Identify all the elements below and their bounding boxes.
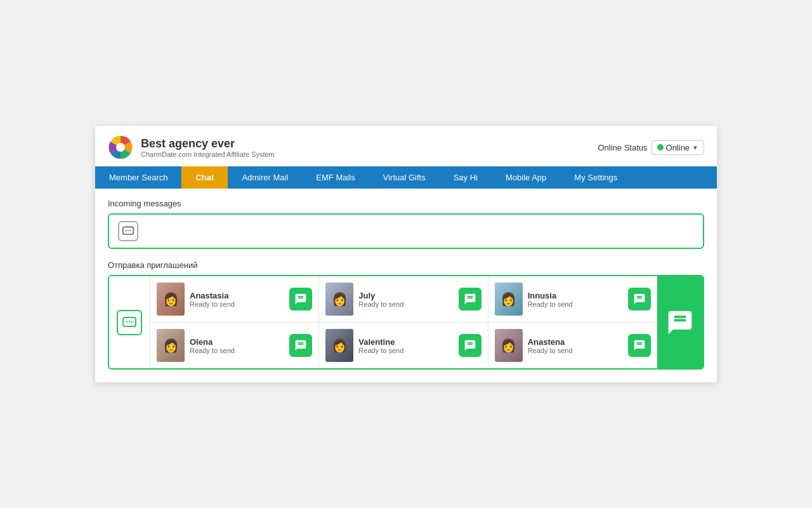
invitations-box: 👩 Anastasia Ready to send 👩 Ju xyxy=(108,275,704,370)
member-card-olena: 👩 Olena Ready to send xyxy=(150,323,319,368)
member-photo-july: 👩 xyxy=(325,283,353,316)
nav-item-virtual-gifts[interactable]: Virtual Gifts xyxy=(369,166,440,189)
member-status-anastasia: Ready to send xyxy=(190,300,284,308)
member-photo-olena: 👩 xyxy=(157,329,185,362)
inv-left-icon-area xyxy=(109,276,150,368)
status-text: Online xyxy=(666,143,690,152)
member-photo-innusia: 👩 xyxy=(495,283,523,316)
content-area: Incoming messages Отправка приглашений xyxy=(95,189,717,382)
brand-name: Best agency ever xyxy=(141,137,275,150)
svg-point-7 xyxy=(126,321,128,322)
member-status-july: Ready to send xyxy=(358,300,453,308)
nav-item-say-hi[interactable]: Say Hi xyxy=(440,166,492,189)
brand-text: Best agency ever CharmDate.com Integrate… xyxy=(141,137,275,158)
member-name-anastena: Anastena xyxy=(528,337,623,347)
member-card-innusia: 👩 Innusia Ready to send xyxy=(488,276,657,323)
chat-btn-anastena[interactable] xyxy=(628,334,651,357)
member-info-anastasia: Anastasia Ready to send xyxy=(190,291,284,308)
incoming-messages-label: Incoming messages xyxy=(108,199,704,208)
chat-btn-valentine[interactable] xyxy=(459,334,481,357)
nav-item-admirer-mail[interactable]: Admirer Mail xyxy=(228,166,302,189)
member-name-anastasia: Anastasia xyxy=(190,291,284,300)
member-name-valentine: Valentine xyxy=(358,337,453,347)
status-dot-icon xyxy=(657,144,664,150)
brand: Best agency ever CharmDate.com Integrate… xyxy=(108,135,275,160)
chat-btn-olena[interactable] xyxy=(289,334,312,357)
inv-grid-icon xyxy=(117,310,142,335)
online-status-area: Online Status Online ▼ xyxy=(598,140,704,155)
incoming-chat-icon xyxy=(118,221,138,241)
member-status-olena: Ready to send xyxy=(190,347,284,354)
incoming-messages-box xyxy=(108,213,704,249)
brand-subtitle: CharmDate.com Integrated Affiliate Syste… xyxy=(141,150,275,158)
member-status-innusia: Ready to send xyxy=(528,300,623,308)
member-card-anastena: 👩 Anastena Ready to send xyxy=(488,323,657,368)
invitations-label: Отправка приглашений xyxy=(108,260,704,270)
svg-point-9 xyxy=(131,321,133,322)
member-info-innusia: Innusia Ready to send xyxy=(528,291,623,308)
member-info-anastena: Anastena Ready to send xyxy=(528,337,623,354)
header: Best agency ever CharmDate.com Integrate… xyxy=(95,126,717,166)
chat-btn-innusia[interactable] xyxy=(628,288,651,311)
members-grid: 👩 Anastasia Ready to send 👩 Ju xyxy=(150,276,657,368)
member-name-innusia: Innusia xyxy=(528,291,623,300)
member-card-july: 👩 July Ready to send xyxy=(319,276,488,323)
nav-item-emf-mails[interactable]: EMF Mails xyxy=(302,166,369,189)
svg-point-4 xyxy=(128,230,129,231)
svg-point-5 xyxy=(129,230,131,231)
nav-bar: Member Search Chat Admirer Mail EMF Mail… xyxy=(95,166,717,189)
inv-cta-button[interactable] xyxy=(657,276,703,368)
nav-item-mobile-app[interactable]: Mobile App xyxy=(492,166,560,189)
svg-point-3 xyxy=(126,230,127,231)
svg-point-8 xyxy=(129,321,130,322)
online-status-label: Online Status xyxy=(598,143,647,152)
chevron-down-icon: ▼ xyxy=(692,144,698,151)
member-info-july: July Ready to send xyxy=(358,291,453,308)
status-badge[interactable]: Online ▼ xyxy=(652,140,704,155)
member-info-valentine: Valentine Ready to send xyxy=(358,337,453,354)
nav-item-chat[interactable]: Chat xyxy=(181,166,228,189)
member-card-anastasia: 👩 Anastasia Ready to send xyxy=(150,276,319,323)
member-card-valentine: 👩 Valentine Ready to send xyxy=(319,323,488,368)
logo-icon xyxy=(108,135,133,160)
chat-btn-anastasia[interactable] xyxy=(289,288,312,311)
member-name-olena: Olena xyxy=(190,337,284,347)
member-name-july: July xyxy=(358,291,453,300)
member-photo-anastasia: 👩 xyxy=(157,283,185,316)
nav-item-my-settings[interactable]: My Settings xyxy=(560,166,631,189)
member-photo-valentine: 👩 xyxy=(325,329,353,362)
member-status-valentine: Ready to send xyxy=(358,347,453,354)
chat-btn-july[interactable] xyxy=(459,288,481,311)
member-photo-anastena: 👩 xyxy=(495,329,523,362)
member-status-anastena: Ready to send xyxy=(528,347,623,354)
member-info-olena: Olena Ready to send xyxy=(190,337,284,354)
svg-point-1 xyxy=(116,143,125,152)
nav-item-member-search[interactable]: Member Search xyxy=(95,166,181,189)
